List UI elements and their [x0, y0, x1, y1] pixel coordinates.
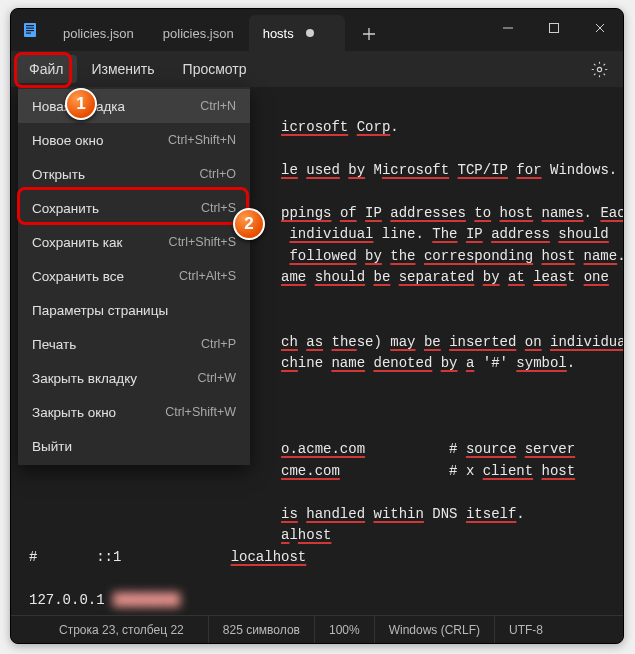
editor-line: alhost	[29, 525, 609, 547]
file-menu-item-shortcut: Ctrl+Shift+N	[168, 133, 236, 147]
file-menu-item-shortcut: Ctrl+Shift+W	[165, 405, 236, 419]
app-window: policies.json policies.json hosts Файл И…	[10, 8, 624, 644]
svg-rect-3	[26, 30, 34, 31]
file-menu-item-9[interactable]: Закрыть окноCtrl+Shift+W	[18, 395, 250, 429]
file-menu-item-8[interactable]: Закрыть вкладкуCtrl+W	[18, 361, 250, 395]
file-menu-item-2[interactable]: ОткрытьCtrl+O	[18, 157, 250, 191]
file-menu-item-label: Новая вкладка	[32, 99, 125, 114]
menu-edit[interactable]: Изменить	[77, 55, 168, 83]
file-menu-item-0[interactable]: Новая вкладкаCtrl+N	[18, 89, 250, 123]
add-tab-button[interactable]	[352, 17, 386, 51]
file-menu-item-shortcut: Ctrl+S	[201, 201, 236, 215]
editor-line: 127.0.0.1 ████████	[29, 590, 609, 612]
titlebar: policies.json policies.json hosts	[11, 9, 623, 51]
file-menu-item-4[interactable]: Сохранить какCtrl+Shift+S	[18, 225, 250, 259]
file-menu-item-label: Сохранить	[32, 201, 99, 216]
file-menu-item-label: Новое окно	[32, 133, 103, 148]
file-menu-item-label: Выйти	[32, 439, 72, 454]
file-menu-item-label: Закрыть окно	[32, 405, 116, 420]
minimize-button[interactable]	[485, 9, 531, 47]
status-position[interactable]: Строка 23, столбец 22	[11, 616, 209, 643]
svg-rect-2	[26, 28, 34, 29]
editor-line	[29, 482, 609, 504]
editor-line: # ::1 localhost	[29, 547, 609, 569]
window-controls	[485, 9, 623, 51]
status-eol[interactable]: Windows (CRLF)	[375, 616, 495, 643]
tab-policies-1[interactable]: policies.json	[49, 15, 148, 51]
svg-rect-5	[550, 24, 559, 33]
file-menu-item-5[interactable]: Сохранить всеCtrl+Alt+S	[18, 259, 250, 293]
statusbar: Строка 23, столбец 22 825 символов 100% …	[11, 615, 623, 643]
file-menu-item-shortcut: Ctrl+Shift+S	[169, 235, 236, 249]
settings-button[interactable]	[579, 51, 619, 87]
menu-file[interactable]: Файл	[15, 55, 77, 83]
file-menu-item-label: Сохранить все	[32, 269, 124, 284]
file-menu-item-3[interactable]: СохранитьCtrl+S	[18, 191, 250, 225]
file-menu-item-label: Параметры страницы	[32, 303, 168, 318]
file-menu-item-label: Закрыть вкладку	[32, 371, 137, 386]
tab-policies-2[interactable]: policies.json	[149, 15, 248, 51]
file-menu-item-label: Сохранить как	[32, 235, 122, 250]
file-menu-item-shortcut: Ctrl+P	[201, 337, 236, 351]
file-menu-item-label: Печать	[32, 337, 76, 352]
file-menu-item-shortcut: Ctrl+W	[197, 371, 236, 385]
file-menu-item-10[interactable]: Выйти	[18, 429, 250, 463]
file-menu-item-shortcut: Ctrl+N	[200, 99, 236, 113]
status-encoding[interactable]: UTF-8	[495, 616, 557, 643]
modified-indicator-icon	[306, 29, 314, 37]
svg-point-6	[597, 67, 601, 71]
file-menu-item-1[interactable]: Новое окноCtrl+Shift+N	[18, 123, 250, 157]
file-menu-item-shortcut: Ctrl+Alt+S	[179, 269, 236, 283]
menubar: Файл Изменить Просмотр	[11, 51, 623, 87]
svg-rect-4	[26, 33, 31, 34]
status-zoom[interactable]: 100%	[315, 616, 375, 643]
menu-view[interactable]: Просмотр	[169, 55, 261, 83]
file-menu-item-6[interactable]: Параметры страницы	[18, 293, 250, 327]
tabs: policies.json policies.json hosts	[49, 9, 485, 51]
svg-rect-1	[26, 25, 34, 26]
file-menu-item-7[interactable]: ПечатьCtrl+P	[18, 327, 250, 361]
file-menu-item-label: Открыть	[32, 167, 85, 182]
editor-line	[29, 568, 609, 590]
app-icon	[11, 9, 49, 51]
file-menu-item-shortcut: Ctrl+O	[200, 167, 236, 181]
close-button[interactable]	[577, 9, 623, 47]
status-chars[interactable]: 825 символов	[209, 616, 315, 643]
maximize-button[interactable]	[531, 9, 577, 47]
tab-hosts[interactable]: hosts	[249, 15, 345, 51]
file-menu-dropdown: Новая вкладкаCtrl+NНовое окноCtrl+Shift+…	[18, 87, 250, 465]
editor-line: is handled within DNS itself.	[29, 504, 609, 526]
